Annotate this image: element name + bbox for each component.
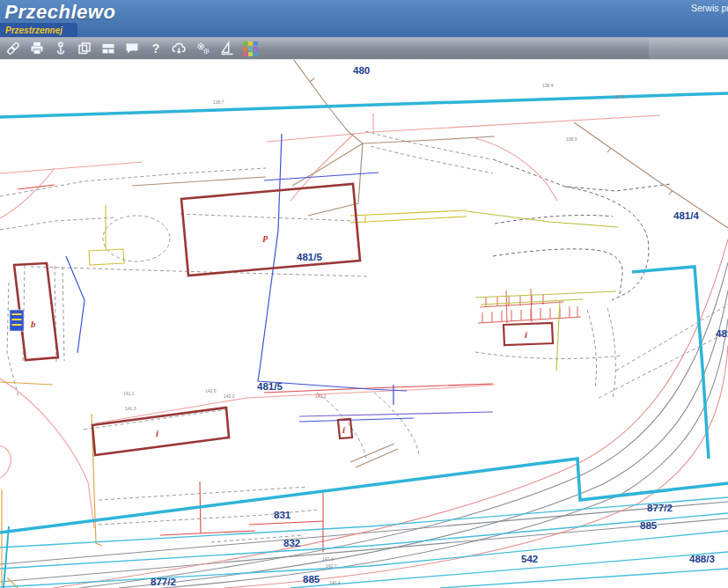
parcel-number-label: 481/5: [257, 381, 283, 392]
parcel-number-label: 542: [521, 554, 538, 564]
legend-color-cell: [243, 41, 247, 46]
utility-violet-line: [299, 412, 493, 416]
legend-color-cell: [248, 52, 253, 56]
building-use-label: b: [31, 319, 36, 329]
parcel-number-label: 885: [640, 520, 658, 531]
elevation-label: 141.3: [125, 406, 136, 411]
elevation-label: 141.1: [123, 391, 135, 396]
parcel-number-label: 831: [274, 510, 291, 520]
legend-color-cell: [254, 47, 258, 51]
blue-marker-box: [10, 310, 24, 331]
copy-layers-icon[interactable]: [73, 39, 95, 58]
subtitle-label: Przestrzennej: [0, 26, 63, 35]
toolbar-right-segment: [649, 38, 728, 59]
elevation-label: 142.7: [326, 563, 337, 569]
parcel-number-label: 481/5: [297, 252, 322, 262]
elevation-label: 143.0: [224, 393, 235, 399]
parcel-boundary-cyan: [0, 93, 728, 588]
legend-color-cell: [248, 41, 253, 46]
elevation-label: 139.8: [614, 94, 625, 99]
anchor-pin-icon[interactable]: [49, 39, 71, 58]
red-measure-lines: [18, 185, 493, 552]
building-use-label: p: [262, 232, 268, 242]
buildings: [14, 184, 553, 455]
legend-color-cell: [243, 52, 247, 56]
parcel-number-label: 481: [716, 328, 728, 339]
building-use-label: i: [342, 424, 346, 435]
settings-gears-icon[interactable]: [192, 39, 214, 58]
header-bar: y Przechlewo Przestrzennej Serwis prowa: [0, 0, 728, 37]
parcel-number-label: 488/3: [689, 554, 715, 564]
map-canvas[interactable]: 480481/4481481/5481/5831832877/288554248…: [0, 60, 728, 588]
railway-lines: [0, 262, 728, 588]
legend-grid-icon[interactable]: [239, 39, 261, 58]
utility-blue-lines: [66, 134, 414, 422]
legend-color-cell: [243, 47, 247, 51]
app-window: y Przechlewo Przestrzennej Serwis prowa: [0, 0, 728, 588]
building-p-outline: [181, 184, 360, 276]
legend-color-cell: [254, 41, 258, 46]
parcel-number-label: 885: [303, 574, 320, 584]
sail-icon[interactable]: [216, 39, 238, 58]
legend-color-cell: [254, 52, 258, 56]
measurement-label: 140.1: [315, 393, 327, 399]
parcel-number-label: 481/4: [673, 210, 699, 221]
building-i-southwest-outline: [92, 408, 229, 455]
parcel-number-label: 480: [353, 65, 370, 76]
dashed-terrain-edges: [493, 159, 671, 300]
toolbar: ?: [0, 37, 728, 60]
legend-grid: [243, 41, 258, 56]
elevation-label: 142.6: [205, 388, 217, 393]
parcel-number-label: 832: [283, 538, 300, 548]
utility-brown-lines: [132, 60, 728, 467]
help-icon[interactable]: ?: [144, 39, 166, 58]
page-title: y Przechlewo: [0, 1, 115, 24]
building-use-label: i: [156, 428, 159, 438]
link-icon[interactable]: [2, 39, 24, 58]
elevation-label: 138.7: [213, 99, 224, 105]
parcel-number-label: 877/2: [647, 503, 673, 513]
elevation-label: 140.4: [329, 580, 341, 585]
comment-icon[interactable]: [121, 39, 143, 58]
building-i-east-outline: [504, 323, 553, 345]
service-credit-text: Serwis prowa: [691, 3, 728, 13]
legend-color-cell: [248, 47, 253, 51]
subtitle-tab[interactable]: Przestrzennej: [0, 23, 77, 37]
building-use-label: i: [525, 329, 528, 340]
dashed-contours: [0, 131, 728, 542]
map-label-layer: 480481/4481481/5481/5831832877/288554248…: [31, 65, 728, 587]
elevation-label: 142.3: [322, 556, 334, 562]
print-icon[interactable]: [26, 39, 48, 58]
download-cloud-icon[interactable]: [168, 39, 190, 58]
svg-text:?: ?: [151, 41, 159, 55]
parcel-number-label: 877/2: [151, 577, 176, 587]
elevation-label: 138.4: [542, 83, 554, 88]
layout-panels-icon[interactable]: [97, 39, 119, 58]
elevation-label: 138.9: [566, 136, 577, 142]
